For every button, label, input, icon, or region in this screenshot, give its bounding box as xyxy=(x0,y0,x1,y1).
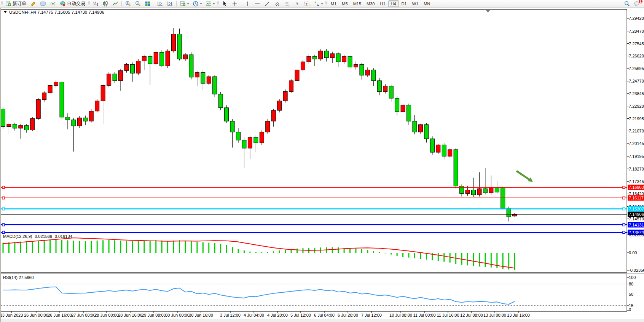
styler-button[interactable] xyxy=(28,0,38,7)
indicators-button[interactable]: ▾ xyxy=(204,0,217,7)
zoom-in-button[interactable] xyxy=(123,0,133,7)
zoom-out-button[interactable] xyxy=(133,0,143,7)
price-tick-label: 7.24770 xyxy=(629,79,644,83)
support-line-cyan-price-label: 7.15307 xyxy=(629,207,644,211)
svg-text:F: F xyxy=(288,5,289,7)
price-chart-canvas[interactable]: 7.294207.284707.275457.266207.256957.247… xyxy=(1,8,644,322)
candle-down xyxy=(336,54,340,62)
crosshair-tool-button[interactable] xyxy=(230,0,240,7)
candle-down xyxy=(113,74,117,81)
autotrading-button[interactable]: 自动交易 xyxy=(58,0,87,7)
zoom-in-icon xyxy=(125,1,131,7)
support-line-blue-1-handle[interactable] xyxy=(623,224,625,226)
autotrading-icon xyxy=(60,1,66,7)
time-label: 11 Jul 00:00 xyxy=(413,313,435,317)
candle-up xyxy=(489,187,493,193)
crosshair-icon xyxy=(232,1,238,7)
vertical-line-tool[interactable] xyxy=(242,0,252,7)
candle-up xyxy=(365,70,370,75)
resistance-line-2-handle[interactable] xyxy=(623,197,625,199)
candle-down xyxy=(454,150,458,186)
candle-up xyxy=(383,86,387,91)
support-line-blue-2-handle[interactable] xyxy=(2,231,5,234)
periods-button[interactable]: ▾ xyxy=(191,0,204,7)
price-tick-label: 7.25695 xyxy=(629,66,644,71)
price-tick-label: 7.28470 xyxy=(629,29,644,33)
chart-shift-button[interactable] xyxy=(165,0,175,7)
tile-windows-icon xyxy=(145,1,151,7)
tf-d1[interactable]: D1 xyxy=(399,0,410,7)
tf-h4[interactable]: H4 xyxy=(388,0,399,7)
candle-down xyxy=(148,56,152,64)
tf-m1[interactable]: M1 xyxy=(328,0,339,7)
tf-m30[interactable]: M30 xyxy=(364,0,377,7)
cursor-tool-button[interactable] xyxy=(220,0,230,7)
candle-down xyxy=(242,140,246,148)
bar-chart-icon xyxy=(92,1,99,7)
new-chart-button[interactable]: ▾ xyxy=(178,0,191,7)
time-label: 28 Jun 16:00 xyxy=(118,313,142,317)
candle-down xyxy=(1,109,5,126)
new-order-button[interactable]: 新订单 xyxy=(3,0,28,7)
text-label-tool[interactable]: T xyxy=(302,0,312,7)
candle-down xyxy=(236,132,241,140)
candle-up xyxy=(319,51,323,59)
time-label: 26 Jun 16:00 xyxy=(48,313,72,317)
time-label: 13 Jul 16:00 xyxy=(507,313,530,317)
candle-up xyxy=(142,56,146,61)
rsi-axis-label: 80 xyxy=(629,282,633,286)
price-tick-label: 7.18270 xyxy=(629,167,644,171)
notifications-button[interactable]: 1 xyxy=(632,0,642,7)
candlestick-chart-button[interactable] xyxy=(100,0,110,7)
tf-w1[interactable]: W1 xyxy=(410,0,421,7)
terminal-button[interactable] xyxy=(38,0,48,7)
text-tool[interactable]: A xyxy=(292,0,302,7)
fibonacci-tool[interactable]: F xyxy=(282,0,292,7)
search-button[interactable] xyxy=(622,0,632,7)
resistance-line-1-handle[interactable] xyxy=(2,186,5,188)
tf-h1[interactable]: H1 xyxy=(377,0,388,7)
candle-down xyxy=(225,108,229,121)
auto-scroll-button[interactable] xyxy=(155,0,165,7)
candle-up xyxy=(136,61,140,73)
time-label: 10 Jul 08:00 xyxy=(389,313,412,317)
main-toolbar: 新订单 自动交易 xyxy=(0,0,644,8)
equidistant-channel-tool[interactable]: E xyxy=(272,0,282,7)
toolbar-grip-4[interactable] xyxy=(325,1,327,6)
candle-down xyxy=(65,117,70,120)
chart-shift-icon xyxy=(167,1,173,7)
resistance-line-1-handle[interactable] xyxy=(623,186,625,188)
candle-down xyxy=(130,64,134,73)
svg-text:E: E xyxy=(278,4,279,6)
text-icon: A xyxy=(294,1,300,7)
signal-button[interactable] xyxy=(48,0,58,7)
candle-down xyxy=(60,82,64,117)
chart-window: 7.294207.284707.275457.266207.256957.247… xyxy=(0,8,644,322)
support-line-cyan-handle[interactable] xyxy=(623,208,625,210)
tf-m5[interactable]: M5 xyxy=(339,0,350,7)
toolbar-grip[interactable] xyxy=(1,1,3,6)
support-line-blue-1-price-label: 7.14131 xyxy=(629,223,644,227)
resistance-line-2-handle[interactable] xyxy=(2,197,5,199)
candle-down xyxy=(424,124,429,139)
bar-chart-button[interactable] xyxy=(91,0,100,7)
arrows-tool[interactable]: ▾ xyxy=(312,0,325,7)
tile-windows-button[interactable] xyxy=(143,0,153,7)
tf-mn[interactable]: MN xyxy=(421,0,433,7)
trendline-tool[interactable] xyxy=(262,0,272,7)
candle-up xyxy=(307,56,311,62)
tf-m15[interactable]: M15 xyxy=(351,0,364,7)
support-line-cyan-handle[interactable] xyxy=(2,208,5,210)
toolbar-grip-3[interactable] xyxy=(217,1,219,6)
toolbar-grip-2[interactable] xyxy=(88,1,90,6)
horizontal-line-tool[interactable] xyxy=(252,0,262,7)
price-tick-label: 7.14570 xyxy=(629,217,644,221)
line-chart-button[interactable] xyxy=(110,0,120,7)
support-line-blue-2-handle[interactable] xyxy=(623,231,625,234)
line-chart-icon xyxy=(112,1,118,7)
candle-down xyxy=(83,118,88,121)
search-icon xyxy=(624,1,630,7)
price-tick-label: 7.22920 xyxy=(629,104,644,108)
time-label: 6 Jul 20:00 xyxy=(338,313,358,317)
support-line-blue-1-handle[interactable] xyxy=(2,224,5,226)
